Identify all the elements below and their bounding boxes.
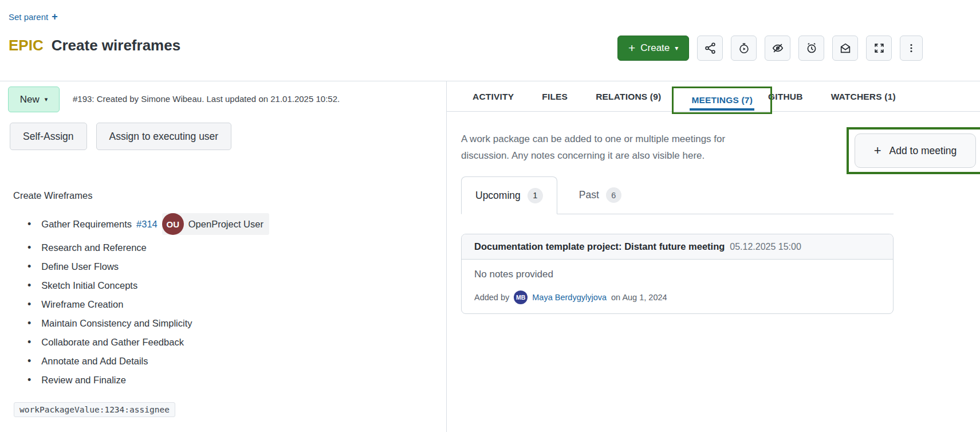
panel-divider	[446, 81, 447, 432]
plus-icon: +	[874, 143, 881, 158]
list-item: Collaborate and Gather Feedback	[27, 336, 269, 348]
user-mention[interactable]: OU OpenProject User	[162, 213, 269, 235]
share-icon	[704, 42, 717, 54]
eye-off-icon	[772, 42, 784, 54]
set-parent-link[interactable]: Set parent +	[9, 11, 58, 22]
list-item: Define User Flows	[27, 260, 269, 273]
tab-meetings[interactable]: MEETINGS (7)	[691, 95, 753, 105]
header-divider	[0, 81, 980, 81]
tab-github[interactable]: GITHUB	[768, 92, 803, 102]
list-item-text: Define User Flows	[41, 261, 119, 272]
set-parent-label: Set parent	[9, 12, 48, 22]
time-tracking-button[interactable]	[731, 36, 757, 61]
meeting-notes: No notes provided	[462, 260, 893, 284]
meeting-datetime: 05.12.2025 15:00	[730, 242, 801, 252]
plus-icon: +	[52, 11, 58, 22]
list-item: Sketch Initial Concepts	[27, 279, 269, 292]
add-to-meeting-highlight-box: + Add to meeting	[847, 127, 980, 174]
assign-executing-user-button[interactable]: Assign to executing user	[96, 123, 232, 150]
meeting-added-by-row: Added by MB Maya Berdygylyjova on Aug 1,…	[462, 284, 893, 313]
added-on-date: on Aug 1, 2024	[611, 293, 667, 302]
meetings-subtabs: Upcoming 1 Past 6	[461, 176, 894, 214]
macro-code-chip: workPackageValue:1234:assignee	[14, 402, 175, 417]
added-by-label: Added by	[474, 293, 509, 302]
list-item-text: Research and Reference	[41, 242, 146, 253]
meeting-title: Documentation template project: Distant …	[474, 241, 725, 252]
subtab-upcoming[interactable]: Upcoming 1	[461, 176, 557, 214]
create-button[interactable]: + Create ▾	[617, 36, 689, 61]
share-button[interactable]	[697, 36, 723, 61]
chevron-down-icon: ▾	[45, 96, 48, 103]
list-item-text: Gather Requirements	[41, 219, 132, 230]
subtab-upcoming-label: Upcoming	[475, 190, 521, 202]
self-assign-button[interactable]: Self-Assign	[10, 123, 87, 150]
avatar: OU	[162, 213, 184, 235]
chevron-down-icon: ▾	[675, 44, 678, 52]
list-item: Review and Finalize	[27, 374, 269, 386]
fullscreen-icon	[873, 42, 885, 54]
list-item-text: Annotate and Add Details	[41, 356, 148, 367]
list-item: Gather Requirements #314 OU OpenProject …	[27, 213, 269, 235]
mail-icon	[839, 42, 852, 54]
past-count-badge: 6	[606, 187, 621, 203]
list-item: Maintain Consistency and Simplicity	[27, 317, 269, 329]
tab-relations[interactable]: RELATIONS (9)	[596, 92, 661, 102]
notification-button[interactable]	[832, 36, 858, 61]
tab-files[interactable]: FILES	[542, 92, 568, 102]
header-toolbar: + Create ▾	[617, 36, 923, 61]
create-button-label: Create	[640, 42, 670, 54]
unwatch-button[interactable]	[765, 36, 790, 61]
reminder-button[interactable]	[798, 36, 824, 61]
status-label: New	[20, 94, 40, 105]
work-package-meta: #193: Created by Simone Wibeau. Last upd…	[73, 94, 340, 104]
work-package-link[interactable]: #314	[136, 219, 158, 230]
stopwatch-icon	[738, 42, 750, 54]
more-menu-button[interactable]	[900, 36, 923, 61]
add-to-meeting-label: Add to meeting	[890, 145, 957, 157]
subtab-past[interactable]: Past 6	[565, 176, 635, 214]
author-link[interactable]: Maya Berdygylyjova	[532, 293, 607, 302]
list-item-text: Collaborate and Gather Feedback	[41, 337, 184, 348]
tab-watchers[interactable]: WATCHERS (1)	[831, 92, 896, 102]
tab-activity[interactable]: ACTIVITY	[473, 92, 514, 102]
meetings-description: A work package can be added to one or mu…	[461, 131, 762, 164]
page-title: Create wireframes	[52, 37, 180, 54]
work-package-type: EPIC	[9, 37, 44, 54]
mention-user-name: OpenProject User	[188, 219, 263, 230]
detail-tabbar: ACTIVITY FILES RELATIONS (9) MEETINGS (7…	[446, 82, 980, 112]
add-to-meeting-button[interactable]: + Add to meeting	[855, 133, 976, 168]
list-item: Research and Reference	[27, 241, 269, 254]
description-list: Gather Requirements #314 OU OpenProject …	[27, 213, 269, 392]
assign-actions: Self-Assign Assign to executing user	[10, 123, 231, 150]
plus-icon: +	[628, 41, 635, 55]
alarm-icon	[805, 42, 818, 54]
meetings-tab-highlight-box: MEETINGS (7)	[672, 87, 772, 114]
list-item: Wireframe Creation	[27, 298, 269, 311]
list-item-text: Wireframe Creation	[41, 299, 123, 310]
kebab-icon	[905, 42, 918, 54]
list-item-text: Review and Finalize	[41, 375, 126, 386]
upcoming-count-badge: 1	[528, 188, 543, 203]
avatar: MB	[514, 290, 528, 304]
list-item: Annotate and Add Details	[27, 355, 269, 367]
meeting-card-header[interactable]: Documentation template project: Distant …	[462, 234, 893, 260]
work-package-header: EPIC Create wireframes	[9, 37, 180, 54]
status-dropdown[interactable]: New ▾	[8, 87, 60, 112]
subtab-past-label: Past	[579, 189, 599, 201]
list-item-text: Sketch Initial Concepts	[41, 280, 137, 291]
description-heading: Create Wireframes	[13, 190, 92, 201]
fullscreen-button[interactable]	[866, 36, 892, 61]
list-item-text: Maintain Consistency and Simplicity	[41, 318, 192, 329]
meeting-card: Documentation template project: Distant …	[461, 234, 894, 314]
active-tab-underline	[690, 108, 754, 111]
